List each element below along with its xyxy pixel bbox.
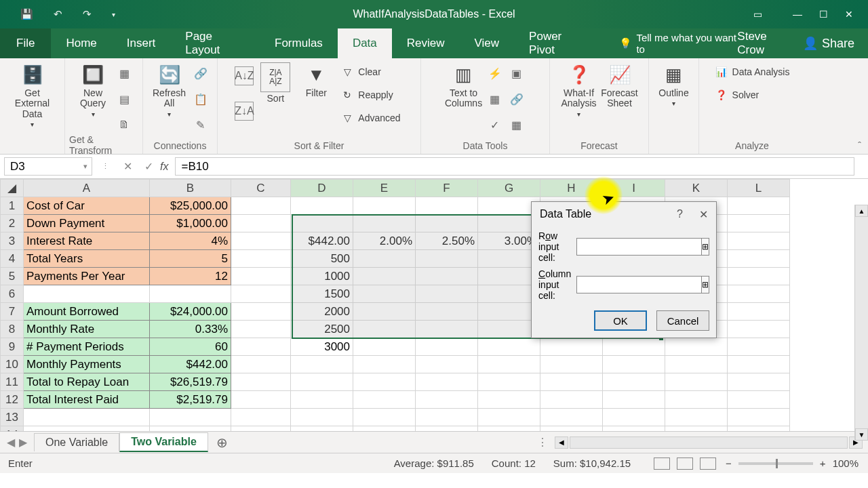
enter-formula-icon[interactable]: ✓ (144, 160, 153, 173)
cell-A9[interactable]: # Payment Periods (24, 338, 150, 356)
cell[interactable]: 1500 (291, 285, 353, 303)
data-analysis-button[interactable]: 📊Data Analysis (712, 64, 793, 80)
cell-A13[interactable] (24, 409, 150, 426)
share-button[interactable]: 👤 Share (803, 36, 854, 51)
cell-B9[interactable]: 60 (150, 338, 231, 356)
tab-formulas[interactable]: Formulas (260, 28, 338, 58)
sheet-tab-one-variable[interactable]: One Variable (34, 433, 119, 451)
ribbon-display-icon[interactable]: ▭ (753, 9, 762, 20)
worksheet-grid[interactable]: ◢ABCDEFGHIKL1 Cost of Car $25,000.00 2 D… (0, 179, 868, 431)
forecast-sheet[interactable]: 📈Forecast Sheet (601, 61, 639, 110)
solver-button[interactable]: ❓Solver (712, 87, 793, 103)
refresh-all[interactable]: 🔄Refresh All▾ (151, 61, 189, 119)
cell-A1[interactable]: Cost of Car (24, 197, 150, 215)
dialog-help-icon[interactable]: ? (677, 208, 683, 220)
scroll-down-icon[interactable]: ▼ (855, 428, 868, 441)
cell-A6[interactable] (24, 285, 150, 303)
save-icon[interactable]: 💾 (20, 8, 33, 20)
row-header-4[interactable]: 4 (1, 250, 24, 268)
cell-B12[interactable]: $2,519.79 (150, 391, 231, 409)
cell-B6[interactable] (150, 285, 231, 303)
cell-A5[interactable]: Payments Per Year (24, 268, 150, 285)
column-input-cell[interactable] (576, 276, 702, 293)
cell-B4[interactable]: 5 (150, 250, 231, 268)
cell[interactable] (231, 409, 291, 426)
cell-B2[interactable]: $1,000.00 (150, 215, 231, 232)
fx-icon[interactable]: fx (160, 155, 174, 178)
cell-A3[interactable]: Interest Rate (24, 232, 150, 250)
cell[interactable]: 2500 (291, 321, 353, 338)
tab-view[interactable]: View (460, 28, 515, 58)
col-header-L[interactable]: L (728, 180, 790, 197)
show-queries-icon[interactable]: ▦ (115, 64, 134, 83)
user-name[interactable]: Steve Crow (737, 30, 787, 57)
redo-icon[interactable]: ↷ (83, 8, 92, 20)
cell-B13[interactable] (150, 409, 231, 426)
row-header-14[interactable]: 14 (1, 426, 24, 432)
sheet-nav-next-icon[interactable]: ▶ (19, 436, 27, 449)
tab-data[interactable]: Data (338, 28, 392, 58)
clear-button[interactable]: ▽Clear (338, 64, 403, 80)
col-header-E[interactable]: E (353, 180, 416, 197)
cell[interactable] (231, 215, 291, 232)
edit-links-icon[interactable]: ✎ (191, 115, 210, 134)
row-header-10[interactable]: 10 (1, 356, 24, 373)
sort-asc-icon[interactable]: A↓Z (235, 66, 254, 85)
cell[interactable]: 2.00% (353, 232, 416, 250)
cell-B3[interactable]: 4% (150, 232, 231, 250)
cell[interactable]: $442.00 (291, 232, 353, 250)
outline-button[interactable]: ▦Outline▾ (655, 61, 693, 108)
cell[interactable]: 3000 (291, 338, 353, 356)
qat-dropdown-icon[interactable]: ▾ (112, 11, 115, 18)
sort-button[interactable]: Z|AA|ZSort (256, 61, 294, 105)
reapply-button[interactable]: ↻Reapply (338, 87, 403, 103)
row-header-1[interactable]: 1 (1, 197, 24, 215)
cell-B1[interactable]: $25,000.00 (150, 197, 231, 215)
row-header-3[interactable]: 3 (1, 232, 24, 250)
col-header-I[interactable]: I (603, 180, 665, 197)
properties-icon[interactable]: 📋 (191, 89, 210, 108)
tab-page-layout[interactable]: Page Layout (170, 28, 260, 58)
maximize-icon[interactable]: ☐ (819, 9, 828, 20)
col-header-C[interactable]: C (231, 180, 291, 197)
select-all-cell[interactable]: ◢ (1, 180, 24, 197)
cell[interactable] (231, 356, 291, 373)
collapse-ribbon-icon[interactable]: ˆ (858, 140, 861, 151)
row-header-11[interactable]: 11 (1, 373, 24, 391)
relationships-icon[interactable]: 🔗 (507, 89, 526, 108)
cell-A12[interactable]: Total Interest Paid (24, 391, 150, 409)
scroll-up-icon[interactable]: ▲ (855, 205, 868, 217)
cell-A2[interactable]: Down Payment (24, 215, 150, 232)
new-sheet-icon[interactable]: ⊕ (208, 434, 236, 451)
row-header-13[interactable]: 13 (1, 409, 24, 426)
tab-home[interactable]: Home (51, 28, 111, 58)
cell[interactable] (231, 268, 291, 285)
cell[interactable] (231, 338, 291, 356)
row-header-5[interactable]: 5 (1, 268, 24, 285)
cell-A10[interactable]: Monthly Payments (24, 356, 150, 373)
cell-B11[interactable]: $26,519.79 (150, 373, 231, 391)
col-header-A[interactable]: A (24, 180, 150, 197)
consolidate-icon[interactable]: ▣ (507, 64, 526, 83)
cell[interactable]: 2000 (291, 303, 353, 321)
recent-sources-icon[interactable]: 🗎 (115, 115, 134, 134)
tab-file[interactable]: File (0, 28, 51, 58)
cell[interactable] (231, 232, 291, 250)
col-header-F[interactable]: F (416, 180, 478, 197)
cell-A7[interactable]: Amount Borrowed (24, 303, 150, 321)
col-header-K[interactable]: K (665, 180, 728, 197)
cell[interactable] (231, 197, 291, 215)
cell-B8[interactable]: 0.33% (150, 321, 231, 338)
text-to-columns[interactable]: ▥Text to Columns (445, 61, 483, 110)
cell-A11[interactable]: Total to Repay Loan (24, 373, 150, 391)
cell[interactable] (231, 303, 291, 321)
close-icon[interactable]: ✕ (845, 9, 853, 20)
cancel-button[interactable]: Cancel (656, 310, 709, 331)
formula-input[interactable]: =B10 (175, 157, 854, 176)
name-box[interactable]: D3 (4, 157, 92, 176)
cell-B5[interactable]: 12 (150, 268, 231, 285)
row-header-2[interactable]: 2 (1, 215, 24, 232)
cell-A8[interactable]: Monthly Rate (24, 321, 150, 338)
cell[interactable] (231, 391, 291, 409)
zoom-out-icon[interactable]: − (726, 458, 732, 469)
